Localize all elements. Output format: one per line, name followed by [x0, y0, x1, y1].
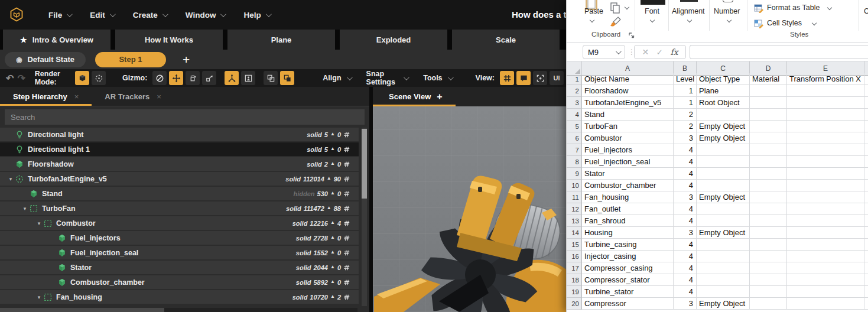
- menu-create[interactable]: Create: [123, 0, 176, 30]
- cell[interactable]: [750, 97, 787, 109]
- expand-arrow-icon[interactable]: ▾: [20, 206, 30, 212]
- row-header[interactable]: 6: [567, 132, 582, 144]
- close-icon[interactable]: ×: [74, 92, 79, 101]
- cell[interactable]: Material: [750, 73, 787, 85]
- cell[interactable]: [750, 180, 787, 191]
- row-header[interactable]: 4: [567, 109, 582, 121]
- cell[interactable]: [787, 97, 864, 109]
- menu-file[interactable]: File: [39, 0, 80, 30]
- alignment-group-button[interactable]: Alignment: [672, 7, 705, 15]
- view-ui-button[interactable]: UI: [550, 71, 564, 85]
- redo-icon[interactable]: ↷: [17, 73, 25, 84]
- cell[interactable]: [787, 298, 864, 310]
- cell[interactable]: [864, 85, 868, 97]
- cell[interactable]: [750, 132, 787, 144]
- hierarchy-item[interactable]: Floorshadowsolid2▲0: [0, 157, 359, 171]
- undo-icon[interactable]: ↶: [6, 73, 14, 84]
- cell[interactable]: [864, 109, 868, 121]
- select-all-corner[interactable]: [567, 61, 582, 76]
- row-header[interactable]: 2: [567, 85, 582, 97]
- tab-scene-view[interactable]: Scene View +: [373, 87, 456, 106]
- view-grid-button[interactable]: [500, 71, 514, 85]
- cell[interactable]: [750, 215, 787, 227]
- row-header[interactable]: 11: [567, 191, 582, 203]
- cell[interactable]: [864, 191, 868, 203]
- cell[interactable]: Fuel_injection_seal: [582, 156, 674, 168]
- cell[interactable]: Housing: [582, 227, 674, 239]
- cell[interactable]: [864, 132, 868, 144]
- cell[interactable]: [787, 215, 864, 227]
- cell[interactable]: [750, 144, 787, 156]
- cell[interactable]: 4: [674, 203, 697, 215]
- vertical-scrollbar[interactable]: [362, 128, 367, 306]
- cell[interactable]: [750, 156, 787, 168]
- cell[interactable]: [697, 286, 750, 298]
- tab-ar-trackers[interactable]: AR Trackers ×: [92, 87, 174, 106]
- cell[interactable]: [864, 180, 868, 191]
- cell[interactable]: Fuel_injectors: [582, 144, 674, 156]
- cell[interactable]: Compressor: [582, 298, 674, 310]
- row-header[interactable]: 14: [567, 227, 582, 239]
- cell[interactable]: [750, 191, 787, 203]
- cell[interactable]: [787, 262, 864, 274]
- axis-local-button[interactable]: [225, 71, 239, 85]
- hierarchy-item[interactable]: Combustor_chambersolid5892▲0: [0, 275, 359, 289]
- cell[interactable]: Fan_housing: [582, 191, 674, 203]
- cell[interactable]: [787, 203, 864, 215]
- cell[interactable]: [787, 274, 864, 286]
- cell[interactable]: [750, 262, 787, 274]
- cell[interactable]: 4: [674, 239, 697, 251]
- hierarchy-item[interactable]: Directional lightsolid5▲0: [0, 128, 359, 141]
- align-menu[interactable]: Align: [323, 74, 350, 82]
- view-comments-button[interactable]: [516, 71, 531, 85]
- menu-window[interactable]: Window: [176, 0, 235, 30]
- cancel-icon[interactable]: ✕: [642, 47, 649, 57]
- insert-function-icon[interactable]: fx: [671, 47, 678, 57]
- row-header[interactable]: 13: [567, 215, 582, 227]
- font-group-button[interactable]: Font: [645, 7, 659, 15]
- cell[interactable]: Stand: [582, 109, 674, 121]
- cell[interactable]: Floorshadow: [582, 85, 674, 97]
- cell[interactable]: [697, 144, 750, 156]
- cell[interactable]: [697, 274, 750, 286]
- pivot-center-button[interactable]: [280, 71, 294, 85]
- cell[interactable]: [750, 109, 787, 121]
- cell[interactable]: [864, 203, 868, 215]
- gizmo-none-button[interactable]: [152, 71, 167, 85]
- scrollbar-thumb[interactable]: [0, 308, 164, 312]
- cell[interactable]: [864, 239, 868, 251]
- cell[interactable]: Root Object: [697, 97, 750, 109]
- format-as-table-chevron-icon[interactable]: [827, 5, 832, 10]
- cell[interactable]: 4: [674, 168, 697, 180]
- 3d-viewport[interactable]: [373, 106, 566, 312]
- cell[interactable]: [787, 251, 864, 262]
- cell[interactable]: 3: [674, 191, 697, 203]
- alignment-chevron-icon[interactable]: [687, 18, 692, 22]
- cell[interactable]: [697, 156, 750, 168]
- project-tab-scale[interactable]: Scale: [452, 30, 560, 50]
- cell[interactable]: [750, 227, 787, 239]
- copy-icon[interactable]: [609, 2, 621, 14]
- copy-chevron-icon[interactable]: [625, 5, 629, 9]
- hierarchy-item[interactable]: Fuel_injectorssolid2728▲0: [0, 231, 359, 245]
- cell[interactable]: Compressor_casing: [582, 262, 674, 274]
- hierarchy-item[interactable]: ▾Fan_housingsolid10720▲2: [0, 290, 359, 304]
- cell[interactable]: [864, 73, 868, 85]
- cell[interactable]: Turbine_casing: [582, 239, 674, 251]
- cell[interactable]: 4: [674, 215, 697, 227]
- menu-edit[interactable]: Edit: [80, 0, 123, 30]
- cell-styles-button[interactable]: Cell Styles: [767, 19, 802, 27]
- row-header[interactable]: 20: [567, 298, 582, 310]
- number-chevron-icon[interactable]: [727, 18, 732, 22]
- cell[interactable]: Compressor_stator: [582, 274, 674, 286]
- cell[interactable]: [787, 121, 864, 132]
- expand-arrow-icon[interactable]: ▾: [6, 176, 15, 182]
- menu-help[interactable]: Help: [234, 0, 279, 30]
- cell[interactable]: Empty Object: [697, 227, 750, 239]
- row-header[interactable]: 10: [567, 180, 582, 191]
- snap-settings-menu[interactable]: Snap Settings: [366, 70, 408, 86]
- render-mode-orbit-button[interactable]: [92, 71, 106, 85]
- paste-button[interactable]: Paste: [584, 7, 603, 15]
- cell[interactable]: [787, 286, 864, 298]
- cell[interactable]: [864, 144, 868, 156]
